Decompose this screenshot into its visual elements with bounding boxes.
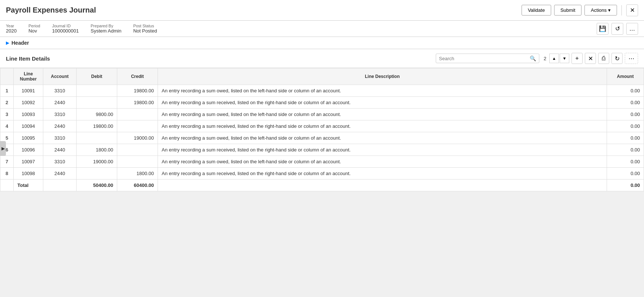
row-debit: 1800.00 bbox=[77, 144, 117, 156]
row-credit bbox=[117, 109, 158, 120]
more-table-options[interactable]: ⋯ bbox=[625, 53, 638, 64]
pagination-number: 2 bbox=[542, 56, 549, 61]
row-credit bbox=[117, 156, 158, 168]
col-amount-header: Amount bbox=[607, 68, 644, 85]
row-account: 3310 bbox=[43, 109, 77, 120]
save-icon-button[interactable]: 💾 bbox=[597, 23, 608, 35]
row-amount: 0.00 bbox=[607, 156, 644, 168]
total-credit: 60400.00 bbox=[117, 180, 158, 191]
line-items-title: Line Item Details bbox=[6, 55, 50, 62]
row-account: 2440 bbox=[43, 120, 77, 132]
row-description: An entry recording a sum received, liste… bbox=[158, 144, 607, 156]
row-number: 3 bbox=[0, 109, 14, 120]
pagination-controls: 2 ▲ ▼ bbox=[542, 54, 569, 63]
row-debit bbox=[77, 85, 117, 97]
search-box[interactable]: 🔍 bbox=[436, 54, 539, 63]
row-credit bbox=[117, 144, 158, 156]
more-options-button[interactable]: … bbox=[626, 23, 638, 35]
header-title: Header bbox=[11, 40, 29, 46]
top-bar: Payroll Expenses Journal Validate Submit… bbox=[0, 0, 644, 21]
table-row[interactable]: 6 10096 2440 1800.00 An entry recording … bbox=[0, 144, 644, 156]
meta-post-status: Post Status Not Posted bbox=[133, 24, 157, 34]
row-account: 2440 bbox=[43, 144, 77, 156]
row-amount: 0.00 bbox=[607, 120, 644, 132]
row-description: An entry recording a sum received, liste… bbox=[158, 120, 607, 132]
separator bbox=[621, 5, 622, 16]
search-input[interactable] bbox=[439, 56, 530, 61]
actions-button[interactable]: Actions ▾ bbox=[584, 5, 617, 16]
total-checkbox-cell bbox=[0, 180, 14, 191]
row-debit bbox=[77, 168, 117, 180]
row-credit: 1800.00 bbox=[117, 168, 158, 180]
row-line-number: 10094 bbox=[14, 120, 43, 132]
meta-bar-right: 💾 ↺ … bbox=[597, 23, 638, 35]
header-toggle[interactable]: ▶ bbox=[6, 40, 9, 45]
meta-bar: Year 2020 Period Nov Journal ID 10000000… bbox=[0, 21, 644, 37]
line-items-header: Line Item Details 🔍 2 ▲ ▼ + ✕ ⎙ ↻ ⋯ bbox=[0, 49, 644, 68]
row-line-number: 10097 bbox=[14, 156, 43, 168]
actions-dropdown-icon: ▾ bbox=[608, 7, 611, 13]
row-line-number: 10098 bbox=[14, 168, 43, 180]
row-description: An entry recording a sum owed, listed on… bbox=[158, 156, 607, 168]
row-line-number: 10091 bbox=[14, 85, 43, 97]
row-debit bbox=[77, 97, 117, 109]
col-checkbox-header bbox=[0, 68, 14, 85]
row-line-number: 10095 bbox=[14, 132, 43, 144]
delete-row-button[interactable]: ✕ bbox=[585, 53, 596, 64]
row-account: 3310 bbox=[43, 85, 77, 97]
row-account: 2440 bbox=[43, 97, 77, 109]
table-row[interactable]: 3 10093 3310 9800.00 An entry recording … bbox=[0, 109, 644, 120]
close-button[interactable]: ✕ bbox=[626, 4, 638, 16]
total-debit: 50400.00 bbox=[77, 180, 117, 191]
row-description: An entry recording a sum received, liste… bbox=[158, 168, 607, 180]
undo-icon-button[interactable]: ↺ bbox=[611, 23, 623, 35]
row-debit: 19000.00 bbox=[77, 156, 117, 168]
copy-row-button[interactable]: ⎙ bbox=[598, 53, 609, 64]
submit-button[interactable]: Submit bbox=[554, 5, 581, 16]
table-row[interactable]: 5 10095 3310 19000.00 An entry recording… bbox=[0, 132, 644, 144]
row-number: 4 bbox=[0, 120, 14, 132]
table-row[interactable]: 8 10098 2440 1800.00 An entry recording … bbox=[0, 168, 644, 180]
col-line-number-header: Line Number bbox=[14, 68, 43, 85]
col-credit-header: Credit bbox=[117, 68, 158, 85]
col-description-header: Line Description bbox=[158, 68, 607, 85]
meta-journal-id: Journal ID 1000000001 bbox=[52, 24, 79, 34]
refresh-button[interactable]: ↻ bbox=[611, 53, 623, 64]
table-row[interactable]: 4 10094 2440 19800.00 An entry recording… bbox=[0, 120, 644, 132]
row-amount: 0.00 bbox=[607, 144, 644, 156]
validate-button[interactable]: Validate bbox=[522, 5, 551, 16]
row-amount: 0.00 bbox=[607, 132, 644, 144]
total-label: Total bbox=[14, 180, 43, 191]
row-number: 8 bbox=[0, 168, 14, 180]
row-account: 2440 bbox=[43, 168, 77, 180]
row-debit: 19800.00 bbox=[77, 120, 117, 132]
pagination-down[interactable]: ▼ bbox=[560, 54, 569, 63]
side-panel-toggle[interactable]: ▶ bbox=[0, 141, 6, 156]
add-row-button[interactable]: + bbox=[571, 53, 583, 64]
row-number: 1 bbox=[0, 85, 14, 97]
row-account: 3310 bbox=[43, 132, 77, 144]
row-amount: 0.00 bbox=[607, 85, 644, 97]
row-credit bbox=[117, 120, 158, 132]
total-desc-cell bbox=[158, 180, 607, 191]
row-credit: 19000.00 bbox=[117, 132, 158, 144]
row-credit: 19800.00 bbox=[117, 85, 158, 97]
table-row[interactable]: 2 10092 2440 19800.00 An entry recording… bbox=[0, 97, 644, 109]
row-description: An entry recording a sum owed, listed on… bbox=[158, 85, 607, 97]
row-line-number: 10093 bbox=[14, 109, 43, 120]
row-debit: 9800.00 bbox=[77, 109, 117, 120]
col-debit-header: Debit bbox=[77, 68, 117, 85]
table-row[interactable]: 1 10091 3310 19800.00 An entry recording… bbox=[0, 85, 644, 97]
line-items-section: Line Item Details 🔍 2 ▲ ▼ + ✕ ⎙ ↻ ⋯ Line… bbox=[0, 49, 644, 191]
header-section: ▶ Header bbox=[0, 37, 644, 49]
table-row[interactable]: 7 10097 3310 19000.00 An entry recording… bbox=[0, 156, 644, 168]
total-amount: 0.00 bbox=[607, 180, 644, 191]
meta-prepared-by: Prepared By System Admin bbox=[91, 24, 121, 34]
top-bar-actions: Validate Submit Actions ▾ ✕ bbox=[522, 4, 638, 16]
search-icon: 🔍 bbox=[530, 55, 536, 61]
line-items-controls: 🔍 2 ▲ ▼ + ✕ ⎙ ↻ ⋯ bbox=[436, 53, 638, 64]
row-description: An entry recording a sum received, liste… bbox=[158, 97, 607, 109]
row-amount: 0.00 bbox=[607, 97, 644, 109]
meta-period: Period Nov bbox=[28, 24, 40, 34]
pagination-up[interactable]: ▲ bbox=[549, 54, 559, 63]
